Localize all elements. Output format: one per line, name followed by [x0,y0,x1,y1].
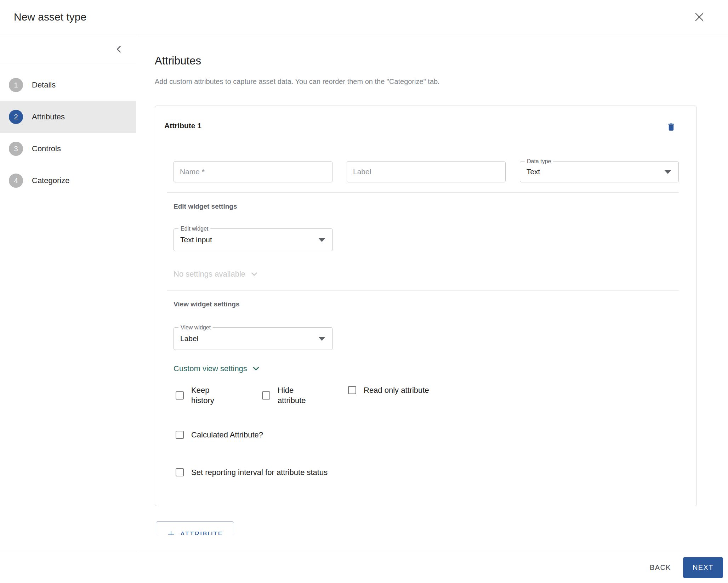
data-type-select-label: Data type [525,158,553,165]
reporting-interval-option[interactable]: Set reporting interval for attribute sta… [176,467,696,477]
checkbox-label: Hide attribute [278,385,317,406]
trash-icon [666,121,676,132]
data-type-select[interactable]: Data type Text [520,161,679,182]
calculated-attribute-row: Calculated Attribute? [155,430,696,440]
checkbox-row: Keep history Hide attribute [155,385,696,406]
attribute-card-title: Attribute 1 [164,121,201,130]
checkbox-label: Keep history [191,385,227,406]
hide-attribute-checkbox[interactable] [262,391,270,400]
view-widget-select-label: View widget [178,324,213,331]
step-number-badge: 2 [9,110,23,124]
custom-view-settings-toggle[interactable]: Custom view settings [174,364,261,373]
page-subtitle: Add custom attributes to capture asset d… [155,77,728,86]
calculated-attribute-checkbox[interactable] [176,431,184,439]
view-widget-select-value: Label [180,334,198,343]
step-item-controls[interactable]: 3 Controls [0,133,136,165]
label-input[interactable] [347,161,506,182]
dropdown-caret-icon [664,170,671,174]
step-list: 1 Details 2 Attributes 3 Controls 4 Cate… [0,64,136,197]
stepper-sidebar: 1 Details 2 Attributes 3 Controls 4 Cate… [0,34,136,552]
plus-icon [167,530,175,535]
view-widget-select[interactable]: View widget Label [174,327,333,350]
name-input[interactable] [174,161,332,182]
edit-widget-select[interactable]: Edit widget Text input [174,228,333,251]
attribute-card-header: Attribute 1 [155,106,696,132]
view-widget-settings-heading: View widget settings [174,300,678,308]
chevron-left-icon [114,44,124,54]
back-button[interactable]: BACK [641,558,679,577]
divider [167,192,679,193]
close-button[interactable] [690,8,708,26]
attribute-card: Attribute 1 Data type Text [155,106,697,506]
step-item-categorize[interactable]: 4 Categorize [0,165,136,197]
edit-widget-settings-heading: Edit widget settings [174,203,678,210]
reporting-interval-row: Set reporting interval for attribute sta… [155,467,696,477]
add-attribute-label: ATTRIBUTE [180,530,223,535]
scroll-area[interactable]: Attributes Add custom attributes to capt… [136,34,728,535]
delete-attribute-button[interactable] [666,121,676,132]
no-settings-toggle: No settings available [174,270,259,279]
chevron-down-icon [250,270,259,279]
modal-footer: BACK NEXT [0,552,728,583]
close-icon [693,11,705,23]
edit-widget-select-value: Text input [180,236,212,244]
modal-title: New asset type [14,11,86,23]
step-item-attributes[interactable]: 2 Attributes [0,101,136,133]
calculated-attribute-option[interactable]: Calculated Attribute? [176,430,696,440]
modal-header: New asset type [0,0,728,34]
data-type-select-value: Text [527,168,540,176]
divider [167,290,679,291]
checkbox-label: Read only attribute [364,385,429,395]
step-label: Details [32,80,56,90]
modal-body: 1 Details 2 Attributes 3 Controls 4 Cate… [0,34,728,552]
main-content: Attributes Add custom attributes to capt… [136,34,728,552]
step-number-badge: 4 [9,174,23,188]
read-only-attribute-option[interactable]: Read only attribute [348,385,429,395]
keep-history-checkbox[interactable] [176,391,184,400]
step-label: Attributes [32,112,65,121]
step-label: Controls [32,144,61,153]
next-button[interactable]: NEXT [683,557,723,578]
new-asset-type-modal: New asset type 1 Details [0,0,728,583]
step-item-details[interactable]: 1 Details [0,69,136,101]
checkbox-label: Calculated Attribute? [191,430,263,440]
sidebar-top [0,34,136,64]
page-title: Attributes [155,54,728,67]
edit-widget-select-wrap: Edit widget Text input [174,228,678,251]
dropdown-caret-icon [318,238,325,242]
edit-widget-select-label: Edit widget [178,225,210,232]
read-only-attribute-checkbox[interactable] [348,386,356,394]
custom-view-settings-label: Custom view settings [174,364,247,373]
checkbox-label: Set reporting interval for attribute sta… [191,467,328,477]
step-label: Categorize [32,176,69,185]
keep-history-option[interactable]: Keep history [176,385,262,406]
no-settings-label: No settings available [174,270,245,279]
add-attribute-button[interactable]: ATTRIBUTE [156,521,234,535]
attribute-fields-row: Data type Text [155,161,696,182]
dropdown-caret-icon [318,337,325,341]
sidebar-collapse-button[interactable] [113,43,125,56]
view-widget-select-wrap: View widget Label [174,327,678,350]
hide-attribute-option[interactable]: Hide attribute [262,385,348,406]
chevron-down-icon [251,364,261,373]
step-number-badge: 1 [9,78,23,92]
step-number-badge: 3 [9,142,23,156]
reporting-interval-checkbox[interactable] [176,468,184,476]
